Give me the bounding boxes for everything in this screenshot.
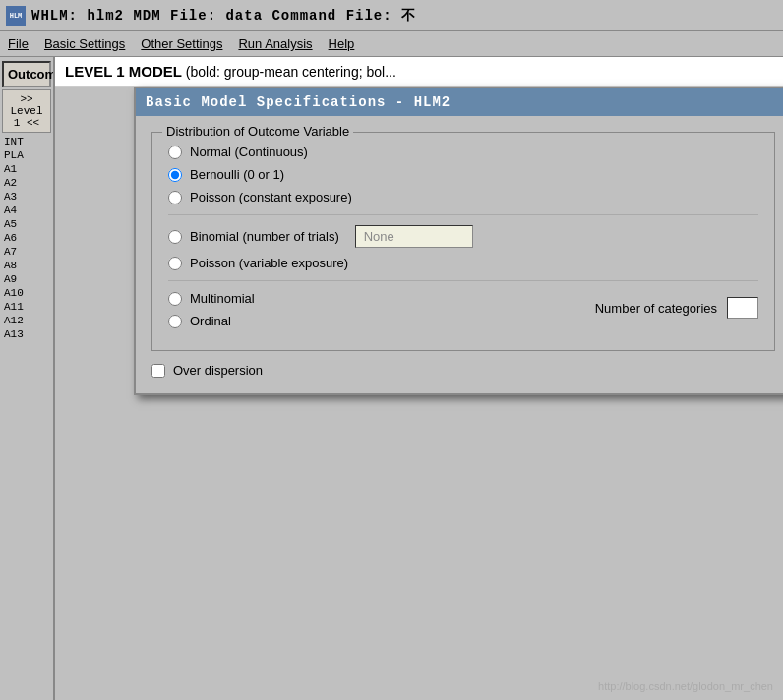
sidebar-var-A4[interactable]: A4 [0, 204, 53, 217]
over-dispersion-checkbox[interactable] [151, 364, 165, 378]
radio-poisson-var-label: Poisson (variable exposure) [190, 256, 348, 270]
menu-file[interactable]: File [8, 36, 29, 51]
sidebar-var-A7[interactable]: A7 [0, 245, 53, 259]
radio-poisson-const-label: Poisson (constant exposure) [190, 190, 352, 204]
sidebar-var-A12[interactable]: A12 [0, 314, 53, 327]
level-model-title: LEVEL 1 MODEL [65, 63, 182, 80]
title-bar: HLM WHLM: hlm2 MDM File: data Command Fi… [0, 0, 783, 31]
num-categories-label: Number of categories [595, 301, 717, 316]
num-categories-area: Number of categories [595, 297, 758, 319]
sidebar-var-A6[interactable]: A6 [0, 231, 53, 245]
level1-button[interactable]: >> Level 1 << [2, 89, 51, 133]
radio-poisson-var[interactable]: Poisson (variable exposure) [168, 256, 758, 270]
over-dispersion-label: Over dispersion [173, 363, 263, 378]
radio-multinomial-label: Multinomial [190, 291, 255, 306]
level-header: LEVEL 1 MODEL (bold: group-mean centerin… [55, 57, 783, 87]
dialog-basic-model: Basic Model Specifications - HLM2 Distri… [134, 87, 783, 395]
menu-basic-settings[interactable]: Basic Settings [44, 36, 125, 51]
over-dispersion-row: Over dispersion [151, 363, 775, 378]
radio-normal[interactable]: Normal (Continuous) [168, 145, 758, 159]
window-title: WHLM: hlm2 MDM File: data Command File: … [31, 7, 416, 25]
radio-binomial[interactable]: Binomial (number of trials) [168, 229, 339, 244]
multinomial-section: Multinomial Ordinal Number of categories [168, 291, 758, 336]
multinomial-ordinal-group: Multinomial Ordinal [168, 291, 595, 336]
radio-ordinal-input[interactable] [168, 315, 182, 328]
sidebar-var-A10[interactable]: A10 [0, 286, 53, 300]
separator-1 [168, 214, 758, 215]
menu-run-analysis[interactable]: Run Analysis [238, 36, 312, 51]
sidebar: Outcome >> Level 1 << INT PLA A1 A2 A3 A… [0, 57, 55, 700]
sidebar-var-A2[interactable]: A2 [0, 176, 53, 190]
sidebar-var-A8[interactable]: A8 [0, 259, 53, 272]
radio-multinomial-input[interactable] [168, 292, 182, 306]
level-model-subtitle: (bold: group-mean centering; bol... [186, 64, 396, 80]
group-box-label: Distribution of Outcome Variable [162, 124, 353, 139]
sidebar-var-A1[interactable]: A1 [0, 162, 53, 176]
menu-bar: File Basic Settings Other Settings Run A… [0, 31, 783, 57]
content-area: LEVEL 1 MODEL (bold: group-mean centerin… [55, 57, 783, 700]
separator-2 [168, 280, 758, 281]
binomial-dropdown[interactable]: None [355, 225, 473, 248]
radio-normal-label: Normal (Continuous) [190, 145, 308, 159]
radio-poisson-const-input[interactable] [168, 191, 182, 204]
sidebar-var-A5[interactable]: A5 [0, 217, 53, 231]
sidebar-var-A9[interactable]: A9 [0, 272, 53, 286]
dialog-body: Distribution of Outcome Variable Normal … [136, 116, 783, 393]
radio-bernoulli-input[interactable] [168, 168, 182, 182]
radio-bernoulli-label: Bernoulli (0 or 1) [190, 167, 284, 182]
radio-bernoulli[interactable]: Bernoulli (0 or 1) [168, 167, 758, 182]
radio-ordinal[interactable]: Ordinal [168, 314, 595, 328]
main-area: Outcome >> Level 1 << INT PLA A1 A2 A3 A… [0, 57, 783, 700]
menu-help[interactable]: Help [329, 36, 355, 51]
sidebar-var-A13[interactable]: A13 [0, 327, 53, 341]
binomial-row: Binomial (number of trials) None [168, 225, 758, 248]
dialog-title: Basic Model Specifications - HLM2 [136, 88, 783, 116]
radio-binomial-label: Binomial (number of trials) [190, 229, 339, 244]
outcome-button[interactable]: Outcome [2, 61, 51, 88]
menu-other-settings[interactable]: Other Settings [141, 36, 222, 51]
radio-normal-input[interactable] [168, 146, 182, 159]
app-icon: HLM [6, 6, 26, 26]
radio-poisson-const[interactable]: Poisson (constant exposure) [168, 190, 758, 204]
distribution-group: Distribution of Outcome Variable Normal … [151, 132, 775, 351]
radio-ordinal-label: Ordinal [190, 314, 231, 328]
sidebar-var-A3[interactable]: A3 [0, 190, 53, 204]
radio-multinomial[interactable]: Multinomial [168, 291, 595, 306]
radio-poisson-var-input[interactable] [168, 257, 182, 270]
sidebar-var-A11[interactable]: A11 [0, 300, 53, 314]
sidebar-var-INT[interactable]: INT [0, 135, 53, 148]
radio-binomial-input[interactable] [168, 230, 182, 244]
sidebar-var-PLA[interactable]: PLA [0, 148, 53, 162]
num-categories-input[interactable] [727, 297, 758, 319]
watermark: http://blog.csdn.net/glodon_mr_chen [598, 680, 773, 692]
